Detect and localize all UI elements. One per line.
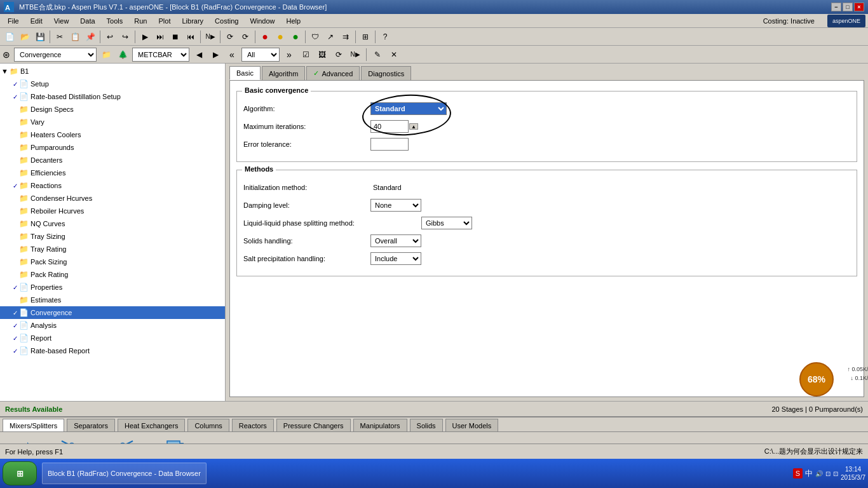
run-btn[interactable]: ▶	[138, 30, 152, 44]
nav-forward-btn[interactable]: ▶	[208, 48, 222, 62]
arrow-btn[interactable]: ↗	[323, 30, 337, 44]
more-btn[interactable]: ⟳	[238, 30, 252, 44]
menu-file[interactable]: File	[3, 15, 24, 27]
nav-sync-btn[interactable]: ⟳	[332, 48, 346, 62]
nav-tree-btn[interactable]: 🌲	[116, 48, 130, 62]
save-btn[interactable]: 💾	[33, 30, 47, 44]
damping-dropdown[interactable]: None Low High	[370, 199, 421, 212]
nav-block-dropdown[interactable]: Convergence	[14, 48, 97, 62]
tree-item-packrating[interactable]: ✓ 📁 Pack Rating	[0, 268, 225, 281]
stop-btn[interactable]: ⏹	[168, 30, 182, 44]
tree-item-nqcurves[interactable]: ✓ 📁 NQ Curves	[0, 217, 225, 230]
paste-btn[interactable]: 📌	[83, 30, 97, 44]
algorithm-dropdown[interactable]: Standard Strongly non-ideal Custom	[370, 102, 447, 115]
redo-btn[interactable]: ↪	[118, 30, 132, 44]
step-btn[interactable]: ⏭	[153, 30, 167, 44]
max-iterations-input[interactable]	[370, 120, 409, 133]
tree-item-vary[interactable]: ✓ 📁 Vary	[0, 116, 225, 128]
nav-close-btn[interactable]: ✕	[387, 48, 401, 62]
bottom-tab-manipulators[interactable]: Manipulators	[353, 419, 407, 431]
salt-dropdown[interactable]: Include Exclude	[370, 252, 421, 265]
menu-plot[interactable]: Plot	[153, 15, 175, 27]
open-btn[interactable]: 📂	[18, 30, 32, 44]
tree-item-analysis[interactable]: ✓ 📄 Analysis	[0, 319, 225, 332]
tree-item-convergence[interactable]: ✓ 📄 Convergence	[0, 306, 225, 319]
bottom-tab-separators[interactable]: Separators	[67, 419, 115, 431]
tab-algorithm[interactable]: Algorithm	[262, 66, 305, 80]
cut-btn[interactable]: ✂	[53, 30, 67, 44]
bottom-tab-columns[interactable]: Columns	[187, 419, 229, 431]
tree-item-traysizing[interactable]: ✓ 📁 Tray Sizing	[0, 230, 225, 243]
minimize-btn[interactable]: −	[831, 3, 841, 11]
nav-folder-btn[interactable]: 📁	[99, 48, 113, 62]
menu-help[interactable]: Help	[281, 15, 306, 27]
spinner-up[interactable]: ▲	[409, 123, 418, 130]
grid-btn[interactable]: ⊞	[358, 30, 372, 44]
menu-costing[interactable]: Costing	[210, 15, 243, 27]
tree-item-reboiler[interactable]: ✓ 📁 Reboiler Hcurves	[0, 205, 225, 217]
safety-btn[interactable]: 🛡	[308, 30, 322, 44]
tree-item-reactions[interactable]: ✓ 📁 Reactions	[0, 179, 225, 192]
tree-item-heatercoolers[interactable]: ✓ 📁 Heaters Coolers	[0, 128, 225, 141]
new-btn[interactable]: 📄	[3, 30, 17, 44]
tree-item-efficiencies[interactable]: ✓ 📁 Efficiencies	[0, 166, 225, 179]
circle-yellow[interactable]: ●	[273, 30, 287, 44]
tree-item-designspecs[interactable]: ✓ 📁 Design Specs	[0, 103, 225, 116]
bottom-tab-usermodels[interactable]: User Models	[445, 419, 499, 431]
tree-item-estimates[interactable]: ✓ 📁 Estimates	[0, 294, 225, 306]
circle-green[interactable]: ●	[288, 30, 302, 44]
menu-tools[interactable]: Tools	[102, 15, 128, 27]
tree-item-properties[interactable]: ✓ 📄 Properties	[0, 281, 225, 294]
bottom-tab-pressure[interactable]: Pressure Changers	[276, 419, 351, 431]
start-btn[interactable]: ⊞	[3, 461, 37, 485]
bottom-tab-reactors[interactable]: Reactors	[232, 419, 274, 431]
tab-basic[interactable]: Basic	[229, 66, 261, 80]
menu-run[interactable]: Run	[129, 15, 152, 27]
bottom-tab-solids[interactable]: Solids	[410, 419, 443, 431]
reset-btn[interactable]: ⟳	[223, 30, 237, 44]
nav-edit-btn[interactable]: ✎	[370, 48, 384, 62]
nav-all-dropdown[interactable]: All	[241, 48, 280, 62]
solids-dropdown[interactable]: Overall None	[370, 234, 421, 247]
nav-img-btn[interactable]: 🖼	[315, 48, 329, 62]
bottom-tab-mixers[interactable]: Mixers/Splitters	[3, 419, 64, 431]
menu-library[interactable]: Library	[177, 15, 208, 27]
tab-advanced[interactable]: ✓ Advanced	[306, 66, 360, 80]
tree-item-ratesetup[interactable]: ✓ 📄 Rate-based Distillation Setup	[0, 90, 225, 103]
menu-view[interactable]: View	[49, 15, 74, 27]
close-btn[interactable]: ×	[854, 3, 864, 11]
nav-next-btn[interactable]: N▶	[348, 48, 362, 62]
tree-node-b1[interactable]: ▼ 📁 B1	[0, 65, 225, 78]
tree-item-condenser[interactable]: ✓ 📁 Condenser Hcurves	[0, 192, 225, 205]
tree-item-setup[interactable]: ✓ 📄 Setup	[0, 78, 225, 90]
menu-data[interactable]: Data	[75, 15, 100, 27]
tab-diagnostics[interactable]: Diagnostics	[361, 66, 411, 80]
menu-window[interactable]: Window	[245, 15, 280, 27]
tree-item-ratebasedreport[interactable]: ✓ 📄 Rate-based Report	[0, 344, 225, 357]
nav-scope-dropdown[interactable]: METCBAR	[132, 48, 189, 62]
error-tolerance-input[interactable]	[370, 138, 409, 151]
rewind-btn[interactable]: ⏮	[184, 30, 198, 44]
nav-forward2-btn[interactable]: »	[282, 48, 296, 62]
taskbar-app[interactable]: Block B1 (RadFrac) Convergence - Data Br…	[42, 463, 207, 484]
check-btn[interactable]: N▶	[203, 30, 217, 44]
nav-rewind-btn[interactable]: «	[225, 48, 239, 62]
copy-btn[interactable]: 📋	[68, 30, 82, 44]
liquid-liquid-dropdown[interactable]: Gibbs None	[421, 217, 472, 229]
tree-item-decanters[interactable]: ✓ 📁 Decanters	[0, 154, 225, 166]
tree-item-packsizing[interactable]: ✓ 📁 Pack Sizing	[0, 255, 225, 268]
help-btn[interactable]: ?	[378, 30, 392, 44]
lang-indicator[interactable]: S	[793, 468, 803, 478]
maximize-btn[interactable]: □	[843, 3, 853, 11]
tree-item-report[interactable]: ✓ 📄 Report	[0, 332, 225, 344]
win-controls[interactable]: − □ ×	[831, 3, 864, 11]
menu-edit[interactable]: Edit	[25, 15, 48, 27]
more2-btn[interactable]: ⇉	[339, 30, 353, 44]
nav-back-btn[interactable]: ◀	[192, 48, 206, 62]
circle-red[interactable]: ●	[258, 30, 272, 44]
bottom-tab-heat[interactable]: Heat Exchangers	[118, 419, 185, 431]
undo-btn[interactable]: ↩	[103, 30, 117, 44]
tree-item-trayrating[interactable]: ✓ 📁 Tray Rating	[0, 243, 225, 255]
tree-item-pumparounds[interactable]: ✓ 📁 Pumparounds	[0, 141, 225, 154]
nav-check-btn[interactable]: ☑	[299, 48, 313, 62]
